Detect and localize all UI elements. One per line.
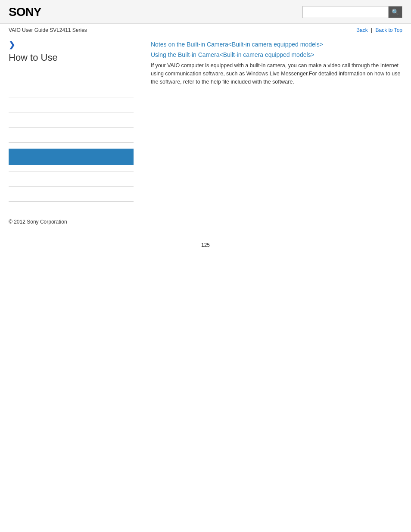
- sidebar-nav-link[interactable]: [9, 72, 134, 78]
- sidebar-nav-link[interactable]: [9, 87, 134, 93]
- list-item: [9, 143, 134, 171]
- back-to-top-link[interactable]: Back to Top: [376, 27, 402, 33]
- sidebar-nav-link[interactable]: [9, 117, 134, 123]
- footer: © 2012 Sony Corporation: [0, 210, 411, 233]
- search-area: 🔍: [302, 6, 402, 18]
- list-item: [9, 67, 134, 82]
- search-button[interactable]: 🔍: [389, 6, 402, 18]
- main-content: ❯ How to Use Notes on the Built-in Camer…: [0, 37, 411, 210]
- section-body: If your VAIO computer is equipped with a…: [151, 62, 402, 92]
- nav-bar: VAIO User Guide SVL2411 Series Back | Ba…: [0, 24, 411, 37]
- nav-links: Back | Back to Top: [356, 27, 402, 33]
- list-item: [9, 97, 134, 112]
- sidebar-nav-link[interactable]: [9, 132, 134, 138]
- list-item: [9, 128, 134, 143]
- list-item: [9, 171, 134, 187]
- search-input[interactable]: [302, 6, 389, 18]
- list-item: [9, 187, 134, 202]
- sidebar-nav-link[interactable]: [9, 176, 134, 182]
- header: SONY 🔍: [0, 0, 411, 24]
- sidebar-highlight-block[interactable]: [9, 149, 134, 165]
- sidebar-nav: [9, 67, 134, 202]
- guide-title: VAIO User Guide SVL2411 Series: [9, 27, 87, 33]
- content-section: Using the Built-in Camera<Built-in camer…: [151, 51, 402, 92]
- sidebar-nav-link[interactable]: [9, 102, 134, 108]
- back-link[interactable]: Back: [356, 27, 368, 33]
- section-title-link[interactable]: Using the Built-in Camera<Built-in camer…: [151, 51, 402, 58]
- nav-separator: |: [371, 27, 372, 33]
- page-number: 125: [0, 233, 411, 252]
- copyright: © 2012 Sony Corporation: [9, 219, 67, 225]
- sidebar-title: How to Use: [9, 52, 134, 67]
- sidebar: ❯ How to Use: [9, 41, 142, 202]
- notes-link[interactable]: Notes on the Built-in Camera<Built-in ca…: [151, 41, 402, 48]
- list-item: [9, 112, 134, 128]
- sidebar-nav-link[interactable]: [9, 191, 134, 197]
- list-item: [9, 82, 134, 97]
- content-area: Notes on the Built-in Camera<Built-in ca…: [142, 41, 402, 202]
- sidebar-chevron-icon: ❯: [9, 41, 134, 49]
- sony-logo: SONY: [9, 5, 41, 19]
